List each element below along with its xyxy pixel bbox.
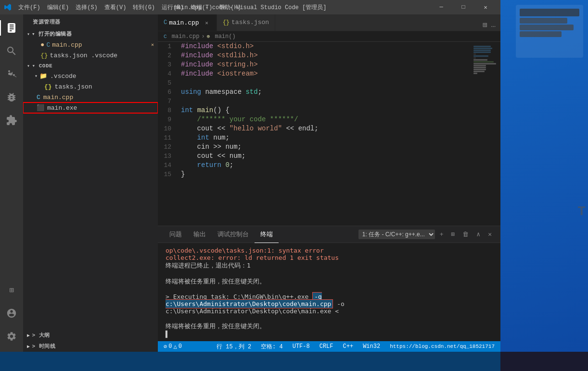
open-editors-chevron: ▾ bbox=[27, 31, 30, 37]
terminal-line-6 bbox=[166, 286, 493, 293]
main-exe-icon: ⬛ bbox=[37, 104, 44, 112]
open-editor-main-cpp-label: main.cpp bbox=[52, 41, 82, 49]
tab-terminal[interactable]: 终端 bbox=[255, 226, 279, 243]
activity-account[interactable] bbox=[0, 302, 23, 325]
status-position[interactable]: 行 15，列 2 bbox=[215, 341, 253, 352]
status-url[interactable]: https://blog.csdn.net/qq_18521717 bbox=[388, 341, 497, 352]
trash-terminal-button[interactable]: 🗑 bbox=[460, 230, 472, 239]
terminal-line-4 bbox=[166, 270, 493, 277]
code-line-2: 2 #include <stdlib.h> bbox=[158, 51, 472, 60]
code-line-13: 13 cout << num; bbox=[158, 152, 472, 161]
maximize-panel-button[interactable]: ∧ bbox=[473, 230, 483, 239]
tab-output[interactable]: 输出 bbox=[188, 226, 212, 243]
status-platform[interactable]: Win32 bbox=[361, 341, 382, 352]
close-panel-button[interactable]: ✕ bbox=[485, 230, 495, 239]
editor-with-minimap: 1 #include <stdio.h> 2 #include <stdlib.… bbox=[158, 42, 500, 226]
main-cpp-label: main.cpp bbox=[43, 94, 73, 101]
activity-search[interactable] bbox=[0, 39, 23, 63]
open-editor-tasks-json[interactable]: {} tasks.json .vscode bbox=[23, 50, 158, 61]
sidebar-item-main-exe[interactable]: ⬛ main.exe bbox=[23, 102, 158, 113]
status-errors[interactable]: ⊘ 0 △ 0 bbox=[162, 341, 184, 352]
open-editors-section[interactable]: ▾ ▾ 打开的编辑器 bbox=[23, 28, 158, 39]
menu-file[interactable]: 文件(F) bbox=[15, 2, 43, 13]
sidebar-item-main-cpp[interactable]: C main.cpp bbox=[23, 92, 158, 102]
maximize-button[interactable]: □ bbox=[452, 0, 474, 14]
timeline-label: > 时间线 bbox=[32, 343, 56, 350]
minimize-button[interactable]: ─ bbox=[430, 0, 452, 14]
terminal-dropdown[interactable]: 1: 任务 - C/C++: g++.e... bbox=[358, 230, 435, 239]
tab-problems[interactable]: 问题 bbox=[164, 226, 188, 243]
terminal-content[interactable]: op\code\.vscode\tasks.json:1: syntax err… bbox=[158, 243, 500, 341]
code-line-3: 3 #include <string.h> bbox=[158, 60, 472, 69]
close-button[interactable]: ✕ bbox=[474, 0, 497, 14]
add-terminal-button[interactable]: + bbox=[437, 230, 447, 239]
project-section[interactable]: ▾ ▾ CODE bbox=[23, 61, 158, 71]
breadcrumb-func-icon: ⊕ bbox=[207, 34, 210, 39]
breadcrumb-file[interactable]: C main.cpp bbox=[164, 33, 199, 40]
status-encoding[interactable]: UTF-8 bbox=[291, 341, 312, 352]
tab-main-cpp-label: main.cpp bbox=[169, 19, 199, 26]
panel-tabs: 问题 输出 调试控制台 终端 1: 任务 - C/C++: g++.e... +… bbox=[158, 226, 500, 243]
code-line-1: 1 #include <stdio.h> bbox=[158, 42, 472, 51]
code-editor[interactable]: 1 #include <stdio.h> 2 #include <stdlib.… bbox=[158, 42, 472, 226]
timeline-chevron: ▶ bbox=[27, 344, 30, 349]
error-icon: ⊘ bbox=[164, 343, 167, 350]
code-line-8: 8 int main() { bbox=[158, 106, 472, 115]
breadcrumb-func[interactable]: ⊕ main() bbox=[207, 33, 236, 40]
panel: 问题 输出 调试控制台 终端 1: 任务 - C/C++: g++.e... +… bbox=[158, 226, 500, 341]
terminal-line-7: > Executing task: C:\MinGW\bin\g++.exe -… bbox=[166, 293, 493, 315]
activity-extensions[interactable] bbox=[0, 109, 23, 132]
tab-bar: C main.cpp ✕ {} tasks.json ⊞ … bbox=[158, 14, 500, 31]
project-chevron: ▾ bbox=[27, 63, 30, 69]
activity-settings[interactable] bbox=[0, 325, 23, 348]
tab-main-cpp[interactable]: C main.cpp ✕ bbox=[158, 14, 217, 31]
tab-main-cpp-close[interactable]: ✕ bbox=[203, 19, 211, 26]
split-terminal-button[interactable]: ⊞ bbox=[448, 230, 458, 239]
status-eol[interactable]: CRLF bbox=[318, 341, 335, 352]
status-bar: ⊘ 0 △ 0 行 15，列 2 空格: 4 UTF-8 CRLF C++ Wi… bbox=[158, 341, 500, 352]
breadcrumb: C main.cpp › ⊕ main() bbox=[158, 31, 500, 42]
menu-view[interactable]: 查看(V) bbox=[102, 2, 129, 13]
sidebar-item-tasks-json[interactable]: {} tasks.json bbox=[23, 81, 158, 92]
code-line-14: 14 return 0; bbox=[158, 161, 472, 170]
menu-edit[interactable]: 编辑(E) bbox=[44, 2, 72, 13]
menu-select[interactable]: 选择(S) bbox=[73, 2, 101, 13]
more-actions-button[interactable]: … bbox=[490, 20, 497, 30]
activity-bar: ⊞ bbox=[0, 14, 23, 352]
status-right: 行 15，列 2 空格: 4 UTF-8 CRLF C++ Win32 http… bbox=[215, 341, 497, 352]
code-line-9: 9 /****** your code ******/ bbox=[158, 115, 472, 124]
tab-tasks-json-label: tasks.json bbox=[231, 19, 269, 26]
timeline-section[interactable]: ▶ > 时间线 bbox=[23, 341, 158, 352]
terminal-line-2: collect2.exe: error: ld returned 1 exit … bbox=[166, 254, 493, 261]
open-editor-close[interactable]: ✕ bbox=[151, 42, 154, 48]
tab-debug-console[interactable]: 调试控制台 bbox=[212, 226, 255, 243]
error-count: 0 bbox=[168, 343, 172, 350]
window-controls[interactable]: ─ □ ✕ bbox=[430, 0, 497, 14]
outline-chevron: ▶ bbox=[27, 333, 30, 338]
activity-source-control[interactable] bbox=[0, 63, 23, 86]
tab-actions: ⊞ … bbox=[478, 19, 500, 31]
status-spaces[interactable]: 空格: 4 bbox=[259, 341, 285, 352]
desktop-area: T bbox=[500, 0, 588, 371]
tasks-json-icon: {} bbox=[44, 83, 52, 90]
vscode-folder-label: .vscode bbox=[50, 73, 77, 80]
activity-remote[interactable]: ⊞ bbox=[0, 279, 23, 302]
main-exe-label: main.exe bbox=[47, 104, 77, 112]
folder-icon: 📁 bbox=[39, 72, 47, 80]
menu-goto[interactable]: 转到(G) bbox=[130, 2, 158, 13]
split-editor-button[interactable]: ⊞ bbox=[482, 19, 488, 31]
open-editor-tasks-label: tasks.json .vscode bbox=[50, 52, 117, 59]
code-line-7: 7 bbox=[158, 97, 472, 106]
tab-tasks-json[interactable]: {} tasks.json bbox=[217, 14, 275, 31]
status-language[interactable]: C++ bbox=[341, 341, 356, 352]
minimap bbox=[472, 42, 500, 226]
activity-explorer[interactable] bbox=[0, 16, 23, 39]
sidebar-item-vscode-folder[interactable]: ▾ 📁 .vscode bbox=[23, 71, 158, 81]
open-editor-main-cpp[interactable]: ● C main.cpp ✕ bbox=[23, 39, 158, 50]
tab-cpp-icon: C bbox=[164, 19, 167, 26]
status-left: ⊘ 0 △ 0 bbox=[162, 341, 184, 352]
minimap-content bbox=[472, 42, 500, 78]
activity-run-debug[interactable] bbox=[0, 86, 23, 109]
code-line-10: 10 cout << "hello world" << endl; bbox=[158, 124, 472, 133]
outline-section[interactable]: ▶ > 大纲 bbox=[23, 330, 158, 341]
